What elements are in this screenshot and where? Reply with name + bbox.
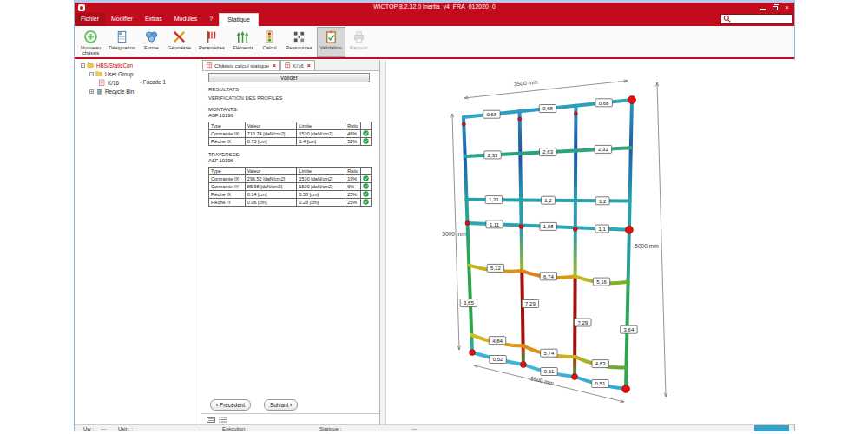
table-cell: 52% xyxy=(345,138,361,146)
svg-text:1,1: 1,1 xyxy=(599,227,607,232)
minimize-button[interactable] xyxy=(760,9,766,10)
status-item-usin: Usin. : xyxy=(118,426,133,431)
tree-item-hbs-staticcon[interactable]: -HBS/StaticCon xyxy=(76,61,201,69)
tree-item-label: HBS/StaticCon xyxy=(96,62,133,69)
frame-member xyxy=(628,230,629,282)
ok-check-icon xyxy=(363,130,369,136)
ok-check-icon xyxy=(363,191,369,197)
frame-member xyxy=(521,200,522,225)
svg-text:7,29: 7,29 xyxy=(577,320,588,326)
group-title-montants: MONTANTS: ASF.10196 xyxy=(208,107,372,119)
value-label: 0,51 xyxy=(541,368,557,376)
table-cell: Contrainte IY xyxy=(209,183,246,191)
ribbon-button-new-frame[interactable]: Nouveau châssis xyxy=(77,27,104,57)
value-label: 1,11 xyxy=(486,220,503,228)
new-frame-icon xyxy=(83,30,98,44)
project-tree: -HBS/StaticCon-User GroupK/16- Facade 1+… xyxy=(76,61,201,419)
menu-item[interactable]: ? xyxy=(203,13,219,26)
ribbon-button-label: Ressources xyxy=(286,45,312,51)
table-cell: Flèche IY xyxy=(209,199,246,207)
svg-text:0,52: 0,52 xyxy=(493,357,503,362)
menu-extras[interactable]: Extras xyxy=(139,13,168,26)
table-header-row: TypeValeurLimiteRatio xyxy=(209,122,372,130)
status-indicator xyxy=(754,425,789,431)
svg-text:2,32: 2,32 xyxy=(598,147,608,152)
ribbon-button-label: Rapport xyxy=(350,45,368,51)
support-dot xyxy=(622,385,630,393)
next-button[interactable]: Suivant › xyxy=(264,399,298,411)
svg-text:1,2: 1,2 xyxy=(544,198,552,203)
ribbon-button-calcul[interactable]: Calcul xyxy=(258,27,281,57)
ribbon-button-forme[interactable]: Forme xyxy=(140,27,163,57)
table-cell: 710.74 [daN/cm2] xyxy=(245,130,297,138)
tab-statique[interactable]: Statique xyxy=(219,13,259,26)
column-header: Type xyxy=(209,122,246,130)
table-cell: Flèche IX xyxy=(209,138,246,146)
frame-member xyxy=(631,100,632,148)
value-label: 2,33 xyxy=(484,151,501,159)
panel-splitter[interactable] xyxy=(380,60,386,424)
frame-member xyxy=(520,154,521,201)
doc-tab-ch-ssis-calcul-statique[interactable]: Châssis calcul statique× xyxy=(202,60,280,70)
svg-text:3,64: 3,64 xyxy=(624,327,635,332)
table-header-row: TypeValeurLimiteRatio xyxy=(209,168,372,175)
tab-close-icon[interactable]: × xyxy=(273,62,276,69)
ribbon-button-label: Eléments xyxy=(233,45,253,51)
status-cell xyxy=(360,175,371,183)
tree-item-k-16[interactable]: K/16- Facade 1 xyxy=(76,78,201,87)
svg-text:0,51: 0,51 xyxy=(595,381,606,386)
ribbon-button-ressources[interactable]: Ressources xyxy=(282,27,316,57)
forme-icon xyxy=(144,30,159,44)
value-label: 1,21 xyxy=(485,196,502,204)
results-table: TypeValeurLimiteRatioContrainte IX710.74… xyxy=(208,122,372,146)
keyboard-view-icon[interactable] xyxy=(207,417,215,423)
tree-item-recycle-bin[interactable]: +Recycle Bin xyxy=(76,87,201,95)
frame-member xyxy=(522,226,523,272)
menu-modifier[interactable]: Modifier xyxy=(105,13,139,26)
ribbon-button-label: Validation xyxy=(320,45,342,51)
svg-text:5,12: 5,12 xyxy=(490,266,501,271)
tabdoc-icon xyxy=(285,62,291,69)
tab-close-icon[interactable]: × xyxy=(307,62,311,69)
tree-item-user-group[interactable]: -User Group xyxy=(76,69,201,78)
dimension: 5000 mm xyxy=(442,114,466,350)
3d-view-panel: 3500 mm5000 mm5000 mm3500 mm0,680,680,68… xyxy=(386,60,796,424)
previous-button[interactable]: ‹ Précédent xyxy=(210,399,251,411)
status-item-statique: Statique : xyxy=(319,426,341,431)
ribbon-button-designation[interactable]: Désignation xyxy=(105,27,139,57)
ribbon-button-validation[interactable]: Validation xyxy=(317,27,345,57)
list-view-icon[interactable] xyxy=(219,417,227,423)
table-cell: Contrainte IX xyxy=(209,175,246,183)
frame-member xyxy=(467,200,468,223)
tabdoc-icon xyxy=(207,62,213,69)
svg-text:4,84: 4,84 xyxy=(492,339,503,344)
menu-modules[interactable]: Modules xyxy=(168,13,203,26)
column-header: Limite xyxy=(297,122,345,130)
restore-button[interactable] xyxy=(773,6,778,10)
3d-viewport[interactable]: 3500 mm5000 mm5000 mm3500 mm0,680,680,68… xyxy=(386,60,796,424)
search-icon xyxy=(723,15,732,23)
support-dot xyxy=(518,117,522,121)
close-button[interactable]: × xyxy=(785,3,789,12)
tree-expander-icon[interactable]: - xyxy=(89,72,94,76)
statusbar: Uw :---Usin. :Exécution :Statique :--- xyxy=(75,424,794,431)
frame-member xyxy=(465,156,467,200)
ribbon-button-parametres[interactable]: Paramètres xyxy=(195,27,228,57)
search-input[interactable] xyxy=(720,14,792,24)
dimension-label: 5000 mm xyxy=(635,243,659,249)
value-label: 1,2 xyxy=(595,197,609,205)
tree-expander-icon[interactable]: - xyxy=(81,63,85,68)
chevron-right-icon: › xyxy=(290,402,292,408)
ribbon-button-geometrie[interactable]: Géométrie xyxy=(164,27,194,57)
ribbon-button-elements[interactable]: Eléments xyxy=(229,27,257,57)
svg-text:2,33: 2,33 xyxy=(488,153,498,158)
valider-button[interactable]: Valider xyxy=(208,73,370,82)
frame-member xyxy=(629,201,630,230)
menu-fichier[interactable]: Fichier xyxy=(75,13,105,26)
results-content: RESULTATS VERIFICATION DES PROFILES MONT… xyxy=(208,86,372,207)
tree-expander-icon[interactable]: + xyxy=(89,89,94,94)
value-label: 5,74 xyxy=(541,349,557,357)
doc-tab-k-16[interactable]: K/16× xyxy=(280,60,315,70)
tree-item-label: Recycle Bin xyxy=(105,89,134,95)
svg-text:1,21: 1,21 xyxy=(489,197,499,202)
